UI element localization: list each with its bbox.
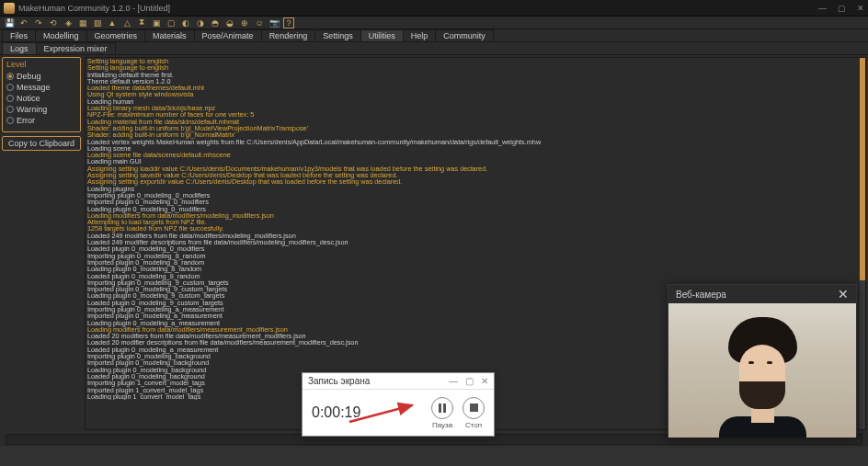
log-line: Setting language to english	[87, 58, 858, 64]
tab-utilities[interactable]: Utilities	[360, 29, 404, 41]
toolbar-global-icon[interactable]: ⊕	[239, 17, 250, 28]
recorder-minimize-button[interactable]: —	[449, 376, 458, 386]
webcam-titlebar[interactable]: Веб-камера ✕	[668, 285, 856, 303]
recorder-titlebar[interactable]: Запись экрана — ▢ ✕	[303, 373, 494, 390]
webcam-window[interactable]: Веб-камера ✕	[668, 284, 857, 437]
titlebar: MakeHuman Community 1.2.0 - [Untitled] —…	[0, 0, 868, 17]
minimize-button[interactable]: —	[818, 4, 827, 13]
toolbar-smooth-icon[interactable]: ◈	[63, 17, 74, 28]
screen-recorder-window[interactable]: Запись экрана — ▢ ✕ 0:00:19 Пауза Стоп	[302, 372, 495, 437]
recorder-title: Запись экрана	[308, 376, 370, 386]
tab-files[interactable]: Files	[2, 29, 36, 41]
log-line: Loading scene file data/scenes/default.m…	[87, 152, 858, 158]
level-option-debug[interactable]: Debug	[6, 71, 76, 82]
log-line: Setting language to english	[87, 64, 858, 71]
subtab-logs[interactable]: Logs	[2, 42, 37, 54]
toolbar-cam-icon[interactable]: 📷	[268, 17, 280, 28]
window-title: MakeHuman Community 1.2.0 - [Untitled]	[18, 4, 170, 13]
recorder-time: 0:00:19	[312, 404, 422, 421]
toolbar-wire-icon[interactable]: ▦	[77, 17, 88, 28]
toolbar-bot-icon[interactable]: ◒	[224, 17, 235, 28]
level-title: Level	[6, 60, 76, 69]
level-option-error[interactable]: Error	[6, 115, 76, 126]
toolbar-reset-icon[interactable]: ⟲	[48, 17, 59, 28]
toolbar-right-icon[interactable]: ◑	[195, 17, 206, 28]
level-option-notice[interactable]: Notice	[6, 93, 76, 104]
main-tabs: FilesModellingGeometriesMaterialsPose/An…	[0, 29, 868, 42]
app-icon	[4, 3, 15, 14]
log-line: Initializing default theme first.	[87, 72, 858, 78]
toolbar-front-icon[interactable]: ▣	[151, 17, 162, 28]
sub-tabs: LogsExpression mixer	[0, 42, 868, 55]
tab-rendering[interactable]: Rendering	[261, 29, 316, 41]
recorder-pause-button[interactable]: Пауза	[431, 397, 453, 429]
left-panel: Level DebugMessageNoticeWarningError Cop…	[0, 55, 83, 432]
toolbar-redo-icon[interactable]: ↷	[33, 17, 44, 28]
toolbar-help-icon[interactable]: ?	[283, 17, 294, 28]
toolbar-back-icon[interactable]: ▢	[166, 17, 177, 28]
toolbar-skel-icon[interactable]: △	[121, 17, 132, 28]
level-option-warning[interactable]: Warning	[6, 104, 76, 115]
toolbar-undo-icon[interactable]: ↶	[18, 17, 29, 28]
log-line: Loaded vertex weights MakeHuman weights …	[87, 139, 858, 145]
tab-community[interactable]: Community	[435, 29, 494, 41]
toolbar: 💾 ↶ ↷ ⟲ ◈ ▦ ▨ ▲ △ ⧗ ▣ ▢ ◐ ◑ ◓ ◒ ⊕ ☺ 📷 ?	[0, 17, 868, 29]
copy-clipboard-button[interactable]: Copy to Clipboard	[2, 136, 81, 151]
webcam-title: Веб-камера	[676, 290, 726, 300]
tab-modelling[interactable]: Modelling	[35, 29, 87, 41]
recorder-maximize-button[interactable]: ▢	[465, 376, 474, 386]
scrollbar-track[interactable]	[860, 58, 865, 429]
toolbar-bg-icon[interactable]: ▨	[92, 17, 103, 28]
level-option-message[interactable]: Message	[6, 82, 76, 93]
toolbar-left-icon[interactable]: ◐	[180, 17, 191, 28]
toolbar-sym-icon[interactable]: ⧗	[136, 17, 147, 28]
tab-settings[interactable]: Settings	[314, 29, 361, 41]
webcam-feed	[668, 303, 856, 438]
subtab-expression-mixer[interactable]: Expression mixer	[36, 42, 116, 54]
log-line: Using Qt system style windowsvista	[87, 91, 858, 97]
log-line: Loaded theme data/themes/default.mht	[87, 85, 858, 91]
scrollbar-thumb[interactable]	[860, 58, 865, 280]
toolbar-face-icon[interactable]: ☺	[254, 17, 265, 28]
toolbar-pose-icon[interactable]: ▲	[107, 17, 118, 28]
tab-materials[interactable]: Materials	[144, 29, 195, 41]
recorder-close-button[interactable]: ✕	[481, 376, 488, 386]
webcam-close-button[interactable]: ✕	[838, 287, 849, 301]
recorder-stop-button[interactable]: Стоп	[463, 397, 485, 429]
log-line: Assigning setting exportdir value C:/Use…	[87, 178, 858, 185]
log-line: Imported plugin 0_modeling_8_random	[87, 259, 858, 266]
close-button[interactable]: ✕	[857, 4, 864, 13]
tab-geometries[interactable]: Geometries	[86, 29, 146, 41]
toolbar-top-icon[interactable]: ◓	[210, 17, 221, 28]
maximize-button[interactable]: ▢	[838, 4, 846, 13]
toolbar-save-icon[interactable]: 💾	[4, 17, 15, 28]
log-line: Loading plugin 0_modeling_8_random	[87, 266, 858, 272]
tab-pose-animate[interactable]: Pose/Animate	[194, 29, 262, 41]
tab-help[interactable]: Help	[403, 29, 437, 41]
level-panel: Level DebugMessageNoticeWarningError	[2, 57, 81, 132]
